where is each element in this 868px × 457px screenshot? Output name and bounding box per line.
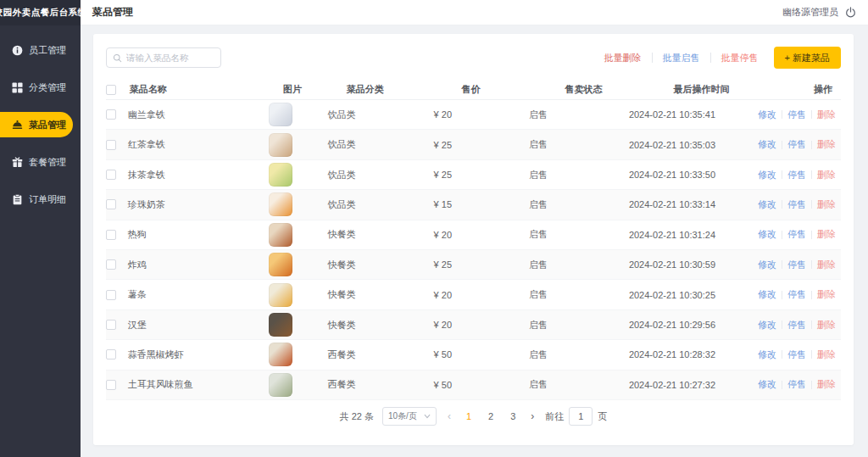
column-header-actions: 操作 [814, 83, 841, 96]
edit-link[interactable]: 修改 [758, 319, 776, 332]
edit-link[interactable]: 修改 [758, 348, 776, 361]
sidebar-item-dishes[interactable]: 菜品管理 [0, 112, 73, 137]
batch-delete-button[interactable]: 批量删除 [604, 52, 642, 64]
edit-link[interactable]: 修改 [758, 378, 776, 391]
current-user[interactable]: 幽络源管理员 [782, 6, 838, 19]
new-dish-button[interactable]: + 新建菜品 [774, 47, 841, 69]
stop-sale-link[interactable]: 停售 [787, 288, 806, 301]
batch-stop-button[interactable]: 批量停售 [721, 52, 759, 64]
edit-link[interactable]: 修改 [758, 169, 776, 181]
content: 批量删除 批量启售 批量停售 + 新建菜品 菜品名称 图片 菜品分类 售价 售卖… [81, 25, 868, 457]
last-operation-time: 2024-02-21 10:28:32 [629, 349, 758, 359]
dish-name: 蒜香黑椒烤虾 [128, 348, 270, 361]
dish-image[interactable] [269, 103, 292, 126]
divider [782, 381, 782, 389]
stop-sale-link[interactable]: 停售 [787, 138, 806, 151]
dish-image[interactable] [269, 253, 292, 276]
dish-price: ¥ 20 [434, 320, 529, 330]
dish-status: 启售 [529, 259, 629, 271]
row-checkbox[interactable] [106, 199, 116, 209]
divider [811, 200, 812, 209]
dish-card: 批量删除 批量启售 批量停售 + 新建菜品 菜品名称 图片 菜品分类 售价 售卖… [93, 34, 854, 445]
delete-link[interactable]: 删除 [817, 378, 836, 391]
delete-link[interactable]: 删除 [817, 288, 836, 301]
batch-enable-button[interactable]: 批量启售 [663, 52, 700, 64]
divider [782, 141, 782, 149]
page-button-2[interactable]: 2 [484, 411, 498, 421]
goto-page-input[interactable] [569, 407, 593, 426]
sidebar-item-label: 分类管理 [29, 81, 66, 94]
delete-link[interactable]: 删除 [817, 228, 836, 241]
delete-link[interactable]: 删除 [817, 109, 836, 121]
prev-page-button[interactable]: ‹ [445, 410, 453, 422]
goto-page: 前往 页 [545, 407, 607, 426]
delete-link[interactable]: 删除 [817, 319, 836, 332]
sidebar-menu: 员工管理 分类管理 菜品管理 套餐管理 订单明细 [0, 37, 81, 212]
divider [782, 320, 782, 329]
dish-image[interactable] [269, 223, 292, 247]
dish-image[interactable] [269, 373, 292, 397]
edit-link[interactable]: 修改 [758, 259, 776, 271]
row-checkbox[interactable] [106, 380, 116, 390]
dish-price: ¥ 25 [434, 259, 529, 270]
dish-price: ¥ 20 [434, 290, 529, 300]
grid-icon [12, 82, 23, 93]
dish-cloche-icon [12, 120, 23, 131]
goto-suffix: 页 [598, 410, 607, 423]
page-size-select[interactable]: 10条/页 [382, 407, 437, 426]
page-button-3[interactable]: 3 [506, 411, 520, 421]
divider [811, 291, 812, 299]
stop-sale-link[interactable]: 停售 [787, 228, 806, 241]
select-all-checkbox[interactable] [106, 85, 116, 95]
row-checkbox[interactable] [106, 170, 116, 180]
sidebar-item-employees[interactable]: 员工管理 [0, 37, 73, 63]
stop-sale-link[interactable]: 停售 [787, 259, 806, 271]
last-operation-time: 2024-02-21 10:33:14 [629, 199, 758, 209]
dish-image[interactable] [269, 283, 292, 307]
sidebar-item-orders[interactable]: 订单明细 [0, 187, 73, 212]
dish-image[interactable] [269, 313, 292, 337]
dish-price: ¥ 25 [434, 170, 529, 180]
edit-link[interactable]: 修改 [758, 109, 776, 121]
row-checkbox[interactable] [106, 230, 116, 240]
stop-sale-link[interactable]: 停售 [787, 109, 806, 121]
stop-sale-link[interactable]: 停售 [787, 169, 806, 181]
sidebar-item-combos[interactable]: 套餐管理 [0, 149, 73, 175]
dish-name: 幽兰拿铁 [128, 109, 270, 121]
stop-sale-link[interactable]: 停售 [787, 319, 806, 332]
edit-link[interactable]: 修改 [758, 288, 776, 301]
row-checkbox[interactable] [106, 140, 116, 150]
dish-image[interactable] [269, 133, 292, 157]
row-checkbox[interactable] [106, 109, 116, 120]
delete-link[interactable]: 删除 [817, 198, 836, 211]
last-operation-time: 2024-02-21 10:31:24 [629, 230, 758, 240]
stop-sale-link[interactable]: 停售 [787, 198, 806, 211]
row-checkbox[interactable] [106, 320, 116, 330]
stop-sale-link[interactable]: 停售 [787, 378, 806, 391]
sidebar-item-categories[interactable]: 分类管理 [0, 75, 73, 100]
dish-image[interactable] [269, 163, 292, 187]
table-row: 抹茶拿铁 饮品类 ¥ 25 启售 2024-02-21 10:33:50 修改 … [106, 160, 841, 190]
delete-link[interactable]: 删除 [817, 259, 836, 271]
search-input[interactable] [126, 53, 214, 63]
delete-link[interactable]: 删除 [817, 138, 836, 151]
page-button-1[interactable]: 1 [462, 411, 476, 421]
table-row: 红茶拿铁 饮品类 ¥ 25 启售 2024-02-21 10:35:03 修改 … [106, 130, 841, 159]
row-checkbox[interactable] [106, 290, 116, 300]
power-icon[interactable] [845, 7, 856, 18]
dish-image[interactable] [269, 192, 292, 216]
divider [782, 170, 782, 179]
table-body: 幽兰拿铁 饮品类 ¥ 20 启售 2024-02-21 10:35:41 修改 … [106, 100, 841, 400]
edit-link[interactable]: 修改 [758, 198, 776, 211]
column-header-price: 售价 [462, 83, 565, 96]
dish-category: 快餐类 [328, 319, 434, 332]
row-checkbox[interactable] [106, 349, 116, 359]
next-page-button[interactable]: › [528, 410, 537, 422]
edit-link[interactable]: 修改 [758, 138, 776, 151]
dish-image[interactable] [269, 343, 292, 366]
delete-link[interactable]: 删除 [817, 169, 836, 181]
edit-link[interactable]: 修改 [758, 228, 776, 241]
delete-link[interactable]: 删除 [817, 348, 836, 361]
row-checkbox[interactable] [106, 259, 116, 270]
stop-sale-link[interactable]: 停售 [787, 348, 806, 361]
